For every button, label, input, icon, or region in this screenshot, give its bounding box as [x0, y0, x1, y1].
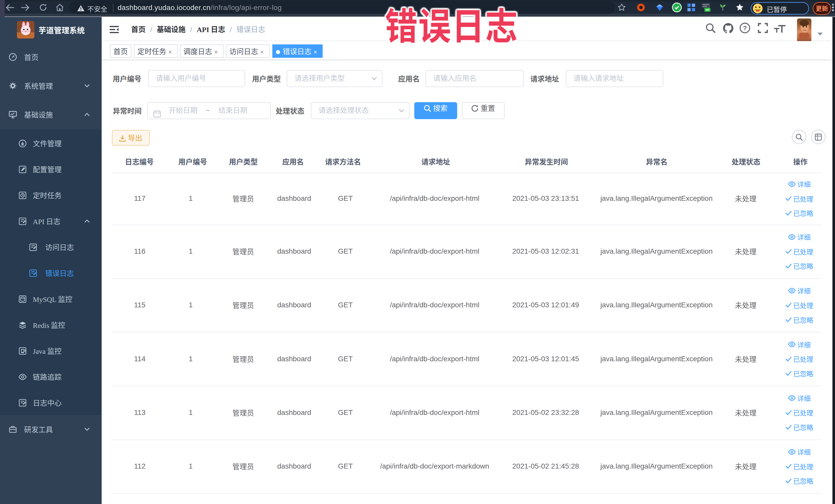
svg-text:on: on [706, 8, 710, 12]
svg-text:?: ? [743, 25, 747, 32]
